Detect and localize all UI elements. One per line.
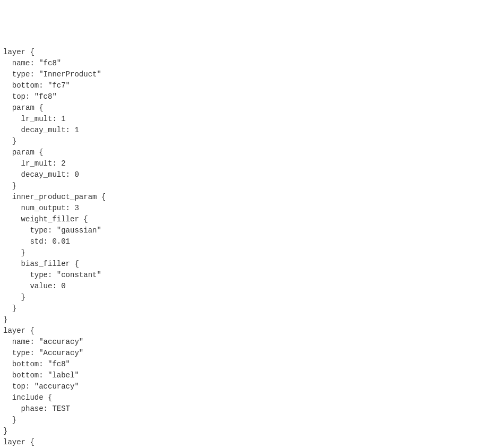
code-block: layer { name: "fc8" type: "InnerProduct"… [3, 47, 488, 448]
